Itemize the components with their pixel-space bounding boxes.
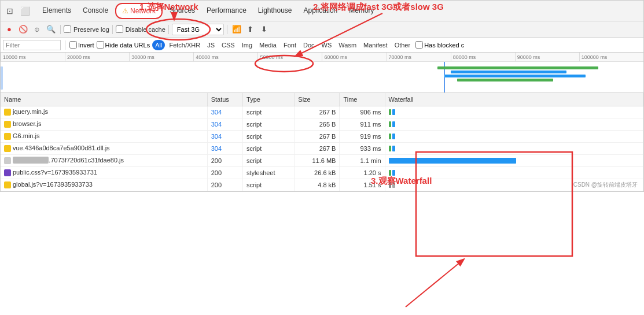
filter-type-css[interactable]: CSS — [219, 40, 238, 50]
tab-performance[interactable]: Performance — [201, 1, 252, 21]
search-button[interactable]: 🔍 — [45, 23, 57, 36]
has-blocked-checkbox[interactable]: Has blocked c — [415, 41, 464, 49]
col-name: Name — [1, 93, 207, 106]
file-type-icon — [4, 133, 11, 140]
cell-time: 906 ms — [340, 106, 385, 118]
timeline-area: 10000 ms20000 ms30000 ms40000 ms50000 ms… — [1, 53, 643, 93]
timeline-tick: 60000 ms — [322, 53, 386, 61]
cell-size: 267 B — [295, 106, 340, 118]
col-status: Status — [207, 93, 242, 106]
filter-type-all[interactable]: All — [152, 40, 165, 50]
cell-type: script — [243, 106, 295, 118]
filter-type-doc[interactable]: Doc — [300, 40, 318, 50]
table-row[interactable]: G6.min.js304script267 B919 ms — [1, 130, 643, 142]
hide-data-urls-label: Hide data URLs — [105, 42, 150, 49]
invert-input[interactable] — [69, 41, 77, 49]
col-time: Time — [340, 93, 385, 106]
annotation-2: 2.将网络调成fast 3G或者slow 3G — [313, 2, 444, 13]
timeline-tick: 40000 ms — [193, 53, 257, 61]
svg-line-6 — [406, 260, 463, 307]
network-toolbar: ● 🚫 ⌽ 🔍 Preserve log Disable cache No th… — [1, 21, 643, 38]
cell-waterfall — [385, 142, 643, 154]
throttle-select[interactable]: No throttling Fast 3G Slow 3G Offline — [172, 24, 224, 35]
col-size: Size — [295, 93, 340, 106]
cell-waterfall — [385, 106, 643, 118]
filter-type-manifest[interactable]: Manifest — [360, 40, 391, 50]
divider-4 — [227, 25, 227, 34]
waterfall-bar — [392, 121, 395, 127]
stop-button[interactable]: 🚫 — [17, 23, 30, 36]
preserve-log-checkbox[interactable]: Preserve log — [64, 25, 109, 33]
filter-type-img[interactable]: Img — [239, 40, 255, 50]
timeline-tick: 90000 ms — [515, 53, 579, 61]
timeline-tick: 80000 ms — [451, 53, 515, 61]
waterfall-bar — [389, 121, 391, 127]
annotation-1: 1.选择Network — [139, 2, 198, 13]
cell-name: G6.min.js — [1, 130, 207, 142]
cell-status: 304 — [207, 118, 242, 130]
timeline-tick: 70000 ms — [387, 53, 451, 61]
cell-size: 26.6 kB — [295, 166, 340, 179]
network-table: Name Status Type Size Time Waterfall jqu… — [1, 93, 643, 191]
waterfall-bar — [392, 134, 395, 139]
file-name: .7073f720d61c31fdae80.js — [49, 157, 124, 164]
divider-2 — [112, 25, 113, 34]
timeline-tick: 10000 ms — [1, 53, 65, 61]
table-container: Name Status Type Size Time Waterfall jqu… — [1, 93, 643, 191]
cell-size: 267 B — [295, 142, 340, 154]
cell-waterfall — [385, 154, 643, 166]
wifi-icon[interactable]: 📶 — [230, 23, 243, 36]
cell-time: 919 ms — [340, 130, 385, 142]
has-blocked-label: Has blocked c — [424, 42, 464, 49]
table-row[interactable]: global.js?v=1673935933733200script4.8 kB… — [1, 179, 643, 191]
invert-checkbox[interactable]: Invert — [69, 41, 94, 49]
import-button[interactable]: ⬆ — [244, 23, 257, 36]
cell-time: 911 ms — [340, 118, 385, 130]
has-blocked-input[interactable] — [415, 41, 423, 49]
filter-icon[interactable]: ⌽ — [31, 23, 43, 36]
table-row[interactable]: browser.js304script265 B911 ms — [1, 118, 643, 130]
filter-type-media[interactable]: Media — [256, 40, 279, 50]
tab-console[interactable]: Console — [77, 1, 114, 21]
table-row[interactable]: ████████.7073f720d61c31fdae80.js200scrip… — [1, 154, 643, 166]
record-button[interactable]: ● — [3, 23, 16, 36]
disable-cache-checkbox[interactable]: Disable cache — [116, 25, 165, 33]
table-row[interactable]: vue.4346a0d8ca7e5a900d81.dll.js304script… — [1, 142, 643, 154]
filter-type-other[interactable]: Other — [392, 40, 414, 50]
disable-cache-input[interactable] — [116, 25, 123, 33]
export-button[interactable]: ⬇ — [258, 23, 271, 36]
cell-type: stylesheet — [243, 166, 295, 179]
cell-status: 200 — [207, 179, 242, 191]
waterfall-bar — [392, 146, 395, 151]
cell-status: 200 — [207, 166, 242, 179]
hide-data-urls-checkbox[interactable]: Hide data URLs — [97, 41, 150, 49]
inspect-icon[interactable]: ⊡ — [3, 4, 17, 18]
filter-type-wasm[interactable]: Wasm — [336, 40, 359, 50]
filter-type-js[interactable]: JS — [204, 40, 218, 50]
filter-input[interactable] — [3, 40, 61, 50]
table-header-row: Name Status Type Size Time Waterfall — [1, 93, 643, 106]
file-type-icon — [4, 181, 11, 188]
filter-bar: Invert Hide data URLs AllFetch/XHRJSCSSI… — [1, 38, 643, 53]
cell-waterfall — [385, 130, 643, 142]
preserve-log-input[interactable] — [64, 25, 71, 33]
tab-elements[interactable]: Elements — [36, 1, 77, 21]
cell-name: ████████.7073f720d61c31fdae80.js — [1, 154, 207, 166]
cell-name: browser.js — [1, 118, 207, 130]
invert-label: Invert — [78, 42, 94, 49]
table-row[interactable]: jquery.min.js304script267 B906 ms — [1, 106, 643, 118]
cell-name: global.js?v=1673935933733 — [1, 179, 207, 191]
cell-status: 200 — [207, 154, 242, 166]
col-waterfall: Waterfall — [385, 93, 643, 106]
hide-data-urls-input[interactable] — [97, 41, 104, 49]
warn-icon: ⚠ — [122, 7, 128, 15]
filter-type-ws[interactable]: WS — [319, 40, 335, 50]
table-row[interactable]: public.css?v=1673935933731200stylesheet2… — [1, 166, 643, 179]
waterfall-bar — [392, 109, 395, 115]
tab-lighthouse[interactable]: Lighthouse — [252, 1, 298, 21]
device-icon[interactable]: ⬜ — [18, 4, 32, 18]
waterfall-bar — [392, 170, 395, 176]
cell-name: jquery.min.js — [1, 106, 207, 118]
filter-type-font[interactable]: Font — [281, 40, 299, 50]
filter-type-fetch/xhr[interactable]: Fetch/XHR — [166, 40, 203, 50]
